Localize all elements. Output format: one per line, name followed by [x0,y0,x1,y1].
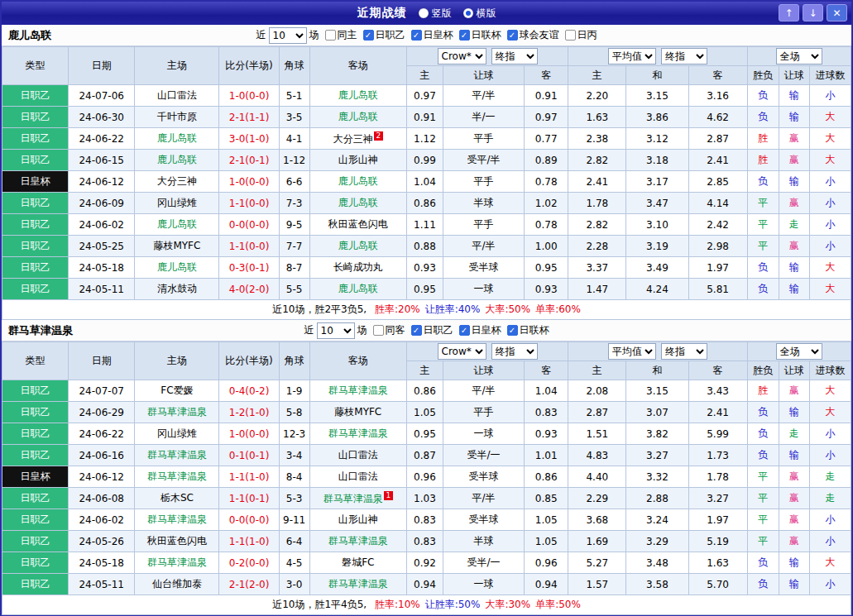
away-team-name[interactable]: 群马草津温泉 [328,427,388,439]
match-row[interactable]: 日职乙24-06-02鹿儿岛联0-0(0-0)9-5秋田蓝色闪电1.11平手0.… [2,214,851,236]
away-team-name[interactable]: 鹿儿岛联 [338,89,378,101]
header-row-groups: 类型日期主场比分(半场)角球客场Crow*终指平均值终指全场 [2,342,851,361]
home-team-name[interactable]: 仙台维加泰 [152,578,202,590]
close-icon[interactable]: ✕ [827,4,847,21]
away-team-name[interactable]: 山口雷法 [338,470,378,482]
home-team-name[interactable]: 秋田蓝色闪电 [147,535,207,547]
home-team-name[interactable]: 鹿儿岛联 [157,132,197,144]
filter-checkbox[interactable]: 日职乙 [411,323,453,337]
away-team-cell: 鹿儿岛联 [309,236,406,257]
away-team-name[interactable]: 山形山神 [338,513,378,525]
home-team-name[interactable]: 千叶市原 [157,111,197,122]
match-row[interactable]: 日职乙24-06-02群马草津温泉0-0(0-0)9-11山形山神0.83受半球… [2,509,851,531]
filter-checkbox[interactable]: 日丙 [565,28,597,42]
filter-checkbox[interactable]: 日职乙 [363,28,405,42]
away-team-name[interactable]: 群马草津温泉 [328,384,388,396]
match-row[interactable]: 日职乙24-06-30千叶市原2-1(1-1)3-5鹿儿岛联0.91半/一0.9… [2,107,851,128]
away-team-name[interactable]: 山形山神 [338,154,378,165]
avg-away-cell: 1.97 [688,509,747,531]
handicap-cell: 半/一 [443,107,524,128]
league-cell: 日职乙 [2,193,69,214]
home-team-name[interactable]: 藤枝MYFC [153,240,200,251]
home-team-name[interactable]: 鹿儿岛联 [157,261,197,273]
filter-checkbox[interactable]: 同主 [325,28,357,42]
home-team-name[interactable]: 鹿儿岛联 [157,218,197,230]
odds-select-2[interactable]: 终指 [491,48,538,64]
match-row[interactable]: 日职乙24-06-29群马草津温泉1-2(1-0)5-8藤枝MYFC1.05平手… [2,402,851,423]
away-team-name[interactable]: 群马草津温泉 [328,535,388,547]
home-team-name[interactable]: 栃木SC [161,492,194,504]
match-row[interactable]: 日皇杯24-06-12大分三神1-0(0-0)6-6鹿儿岛联1.04平手0.78… [2,171,851,193]
filter-checkbox[interactable]: 日联杯 [507,323,549,337]
away-team-cell: 山形山神 [309,150,406,171]
filter-checkbox[interactable]: 同客 [373,323,405,337]
away-team-name[interactable]: 鹿儿岛联 [338,175,378,187]
away-team-name[interactable]: 鹿儿岛联 [338,283,378,294]
away-team-name[interactable]: 鹿儿岛联 [338,111,378,122]
layout-radio-horizontal[interactable]: 横版 [463,7,496,21]
home-team-name[interactable]: 冈山绿雉 [157,427,197,439]
match-row[interactable]: 日职乙24-05-25藤枝MYFC1-1(0-0)7-7鹿儿岛联0.88平/半1… [2,236,851,257]
match-row[interactable]: 日职乙24-07-06山口雷法1-0(0-0)5-1鹿儿岛联0.97平/半0.9… [2,85,851,107]
away-team-name[interactable]: 山口雷法 [338,449,378,461]
odds-home-cell: 1.03 [406,488,443,509]
away-team-name[interactable]: 秋田蓝色闪电 [328,218,388,230]
away-team-name[interactable]: 长崎成功丸 [333,261,383,273]
match-row[interactable]: 日职乙24-05-18群马草津温泉0-2(0-0)4-5磐城FC0.92受半/一… [2,552,851,574]
match-count-select[interactable]: 10 [269,27,307,44]
home-team-name[interactable]: 群马草津温泉 [147,470,207,482]
away-team-name[interactable]: 鹿儿岛联 [338,240,378,251]
avg-select-1[interactable]: 平均值 [608,48,656,64]
match-row[interactable]: 日职乙24-06-15鹿儿岛联2-1(0-1)1-12山形山神0.99受平/半0… [2,150,851,171]
filter-checkbox[interactable]: 日皇杯 [459,323,501,337]
match-row[interactable]: 日职乙24-05-11仙台维加泰2-1(2-0)3-0群马草津温泉0.94一球0… [2,574,851,595]
match-row[interactable]: 日职乙24-05-26秋田蓝色闪电1-1(1-0)6-4群马草津温泉0.83半球… [2,531,851,552]
filter-checkbox[interactable]: 日联杯 [459,28,501,42]
home-team-name[interactable]: 鹿儿岛联 [157,154,197,165]
home-team-name[interactable]: 冈山绿雉 [157,197,197,208]
away-team-name[interactable]: 磐城FC [342,556,374,568]
odds-select-2[interactable]: 终指 [491,343,538,360]
fulltime-select-1[interactable]: 全场 [776,48,822,64]
home-team-name[interactable]: 群马草津温泉 [147,556,207,568]
scroll-up-button[interactable]: ↑ [779,4,799,21]
away-team-name[interactable]: 群马草津温泉 [323,493,383,504]
filter-checkbox[interactable]: 球会友谊 [507,28,559,42]
home-team-name[interactable]: 清水鼓动 [157,283,197,294]
home-team-name[interactable]: 山口雷法 [157,89,197,101]
league-cell: 日职乙 [2,128,69,150]
match-row[interactable]: 日职乙24-05-18鹿儿岛联0-3(0-1)8-7长崎成功丸0.93受半球0.… [2,257,851,279]
match-row[interactable]: 日职乙24-06-22冈山绿雉1-0(0-0)12-3群马草津温泉0.95一球0… [2,423,851,445]
match-row[interactable]: 日职乙24-06-08栃木SC1-1(0-1)5-3群马草津温泉11.03平/半… [2,488,851,509]
avg-select-2[interactable]: 终指 [661,343,707,360]
match-count-select[interactable]: 10 [317,322,355,339]
corners-cell: 7-3 [279,193,309,214]
match-row[interactable]: 日职乙24-06-22鹿儿岛联3-0(1-0)4-1大分三神21.12平手0.7… [2,128,851,150]
odds-select-1[interactable]: Crow* [438,48,486,64]
filter-checkbox[interactable]: 日皇杯 [411,28,453,42]
summary-stat: 大率:50% [485,303,530,315]
home-team-name[interactable]: 大分三神 [157,175,197,187]
odds-select-1[interactable]: Crow* [438,343,486,360]
match-row[interactable]: 日皇杯24-06-12群马草津温泉1-1(1-0)8-4山口雷法0.96受半球0… [2,466,851,488]
match-row[interactable]: 日职乙24-05-11清水鼓动4-0(2-0)5-5鹿儿岛联0.95一球0.93… [2,279,851,300]
home-team-name[interactable]: FC爱媛 [161,384,193,396]
home-team-name[interactable]: 群马草津温泉 [147,513,207,525]
away-team-name[interactable]: 大分三神 [333,133,373,145]
checkbox-checked-icon [363,30,374,41]
match-row[interactable]: 日职乙24-06-16群马草津温泉0-1(0-1)3-4山口雷法0.87受半/一… [2,445,851,466]
away-team-name[interactable]: 鹿儿岛联 [338,197,378,208]
match-row[interactable]: 日职乙24-06-09冈山绿雉1-1(0-0)7-3鹿儿岛联0.86半球1.02… [2,193,851,214]
layout-radio-vertical[interactable]: 竖版 [419,7,452,21]
away-team-name[interactable]: 群马草津温泉 [328,578,388,590]
date-cell: 24-05-26 [69,531,135,552]
avg-select-2[interactable]: 终指 [661,48,707,64]
away-team-name[interactable]: 藤枝MYFC [334,406,381,418]
home-team-name[interactable]: 群马草津温泉 [147,449,207,461]
home-team-name[interactable]: 群马草津温泉 [147,406,207,418]
fulltime-select-1[interactable]: 全场 [776,343,822,360]
match-row[interactable]: 日职乙24-07-07FC爱媛0-4(0-2)1-9群马草津温泉0.86平/半1… [2,380,851,402]
avg-home-cell: 2.29 [568,488,626,509]
avg-select-1[interactable]: 平均值 [608,343,656,360]
scroll-down-button[interactable]: ↓ [803,4,823,21]
